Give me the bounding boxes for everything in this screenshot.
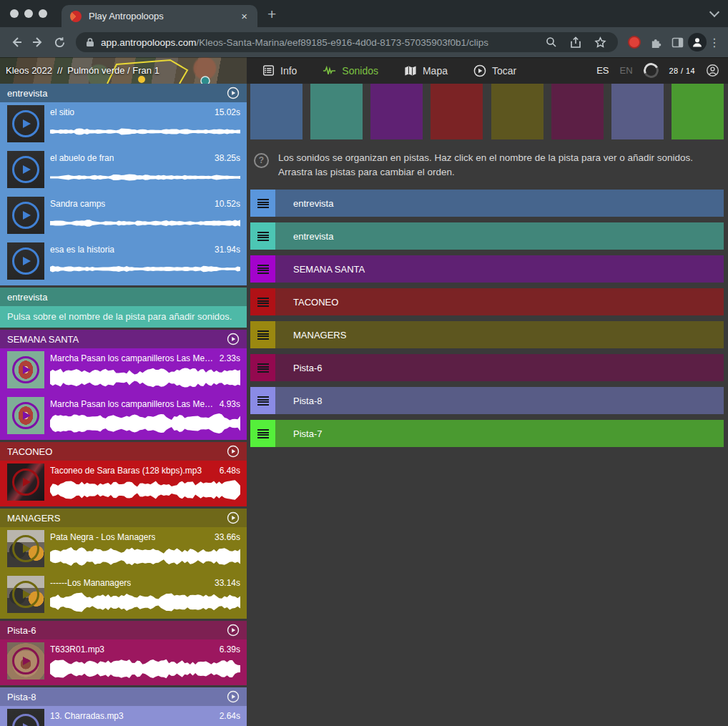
back-button[interactable] (6, 31, 27, 53)
nav-item-tocar[interactable]: Tocar (473, 64, 516, 77)
drag-handle[interactable] (250, 255, 275, 283)
track-row-body[interactable]: Pista-6 (275, 354, 724, 381)
clip[interactable]: Marcha Pasan los campanilleros Las Mejor… (0, 394, 247, 440)
clip-play-button[interactable] (12, 402, 39, 429)
nav-item-info[interactable]: Info (262, 64, 297, 77)
url-bar[interactable]: app.antropoloops.com/Kleos-Santa-Marina/… (76, 32, 618, 52)
clip[interactable]: Marcha Pasan los campanilleros Las Mejor… (0, 348, 247, 394)
section-header[interactable]: MANAGERS (0, 509, 247, 527)
clip-play-button[interactable] (12, 469, 39, 496)
clip[interactable]: esa es la historia31.94s (0, 240, 247, 285)
track-color-swatch[interactable] (431, 84, 483, 139)
track-row-body[interactable]: SEMANA SANTA (275, 255, 724, 283)
section-play-button[interactable] (227, 690, 240, 703)
nav-item-sonidos[interactable]: Sonidos (323, 65, 378, 77)
track-row-body[interactable]: entrevista (275, 190, 724, 217)
profile-avatar[interactable] (688, 33, 707, 51)
close-window-button[interactable] (10, 9, 19, 18)
clip-duration: 33.14s (215, 578, 240, 588)
section-play-button[interactable] (227, 87, 240, 99)
track-row[interactable]: entrevista (250, 190, 724, 217)
track-row-body[interactable]: MANAGERS (275, 321, 724, 348)
language-es-button[interactable]: ES (596, 65, 609, 76)
project-map-thumbnail[interactable]: Kleos 2022 // Pulmón verde / Fran 1 (0, 57, 247, 84)
reload-button[interactable] (49, 31, 70, 53)
clip[interactable]: el abuelo de fran38.25s (0, 148, 247, 194)
track-row-body[interactable]: entrevista (275, 222, 724, 250)
track-color-swatch[interactable] (491, 84, 543, 139)
section-play-button[interactable] (227, 445, 240, 458)
clip[interactable]: T633R01.mp36.39s (0, 639, 247, 685)
side-panel-icon[interactable] (666, 31, 688, 53)
clip-play-button[interactable] (12, 714, 39, 726)
track-row[interactable]: MANAGERS (250, 321, 724, 348)
track-color-swatch[interactable] (611, 84, 664, 139)
drag-handle[interactable] (250, 190, 275, 217)
track-row[interactable]: SEMANA SANTA (250, 255, 724, 283)
share-icon[interactable] (565, 31, 586, 53)
extensions-puzzle-icon[interactable] (645, 31, 666, 53)
section-header[interactable]: entrevista (0, 84, 247, 102)
zoom-page-icon[interactable] (541, 31, 562, 53)
browser-menu-kebab-icon[interactable]: ⋮ (707, 36, 722, 49)
screen-record-indicator-icon[interactable] (624, 31, 645, 53)
nav-item-mapa[interactable]: Mapa (404, 65, 448, 77)
section-header[interactable]: Pista-8 (0, 687, 247, 706)
section-header[interactable]: TACONEO (0, 442, 247, 461)
clip[interactable]: Sandra camps10.52s (0, 194, 247, 240)
clip-play-button[interactable] (12, 356, 39, 383)
drag-handle[interactable] (250, 420, 275, 447)
account-circle-icon[interactable] (706, 64, 719, 77)
browser-tab[interactable]: Play Antropoloops × (62, 5, 257, 27)
minimize-window-button[interactable] (24, 9, 33, 18)
track-color-swatch[interactable] (310, 84, 363, 139)
section-play-button[interactable] (227, 624, 240, 637)
track-row-body[interactable]: Pista-7 (275, 420, 724, 447)
drag-handle[interactable] (250, 222, 275, 250)
track-row-body[interactable]: Pista-8 (275, 387, 724, 414)
track-color-swatch[interactable] (250, 84, 302, 139)
section-play-button[interactable] (227, 333, 240, 345)
clip[interactable]: ------Los Mananagers33.14s (0, 573, 247, 619)
clip-play-button[interactable] (12, 581, 39, 608)
clip[interactable]: Pata Negra - Los Managers33.66s (0, 527, 247, 573)
drag-handle[interactable] (250, 288, 275, 315)
track-row[interactable]: entrevista (250, 222, 724, 250)
bookmark-star-icon[interactable] (589, 31, 611, 53)
track-color-swatch[interactable] (551, 84, 604, 139)
new-tab-button[interactable]: + (267, 6, 276, 21)
zoom-window-button[interactable] (39, 9, 47, 18)
drag-handle[interactable] (250, 354, 275, 381)
app-nav-bar: Kleos 2022 // Pulmón verde / Fran 1 Info… (0, 57, 728, 84)
clip-name: Sandra camps (50, 199, 105, 209)
track-color-swatch[interactable] (672, 84, 724, 139)
track-color-swatch[interactable] (370, 84, 423, 139)
forward-button[interactable] (27, 31, 49, 53)
drag-handle[interactable] (250, 387, 275, 414)
section-header[interactable]: SEMANA SANTA (0, 330, 247, 348)
track-row-body[interactable]: TACONEO (275, 288, 724, 315)
clip-play-button[interactable] (12, 156, 39, 183)
track-row[interactable]: Pista-7 (250, 420, 724, 447)
clip-play-button[interactable] (12, 647, 39, 675)
track-row[interactable]: TACONEO (250, 288, 724, 315)
clip-duration: 38.25s (215, 153, 240, 163)
tab-search-chevron-icon[interactable] (711, 9, 718, 16)
clip-play-button[interactable] (12, 110, 39, 137)
clip-play-button[interactable] (12, 247, 39, 275)
clip[interactable]: 13. Charradas.mp32.64s (0, 706, 247, 726)
track-row[interactable]: Pista-8 (250, 387, 724, 414)
clip[interactable]: el sitio15.02s (0, 102, 247, 148)
track-row[interactable]: Pista-6 (250, 354, 724, 381)
tab-close-icon[interactable]: × (238, 9, 250, 23)
section-play-button[interactable] (227, 511, 240, 524)
clip-play-button[interactable] (12, 535, 39, 562)
language-en-button[interactable]: EN (619, 65, 632, 76)
clip[interactable]: Taconeo de Sara Baras (128 kbps).mp36.48… (0, 461, 247, 506)
section-header[interactable]: Pista-6 (0, 621, 247, 639)
clip-duration: 6.39s (220, 644, 240, 654)
clip-play-button[interactable] (12, 202, 39, 229)
drag-handle[interactable] (250, 321, 275, 348)
clip-thumbnail (7, 463, 44, 501)
section-header[interactable]: entrevista (0, 288, 247, 306)
